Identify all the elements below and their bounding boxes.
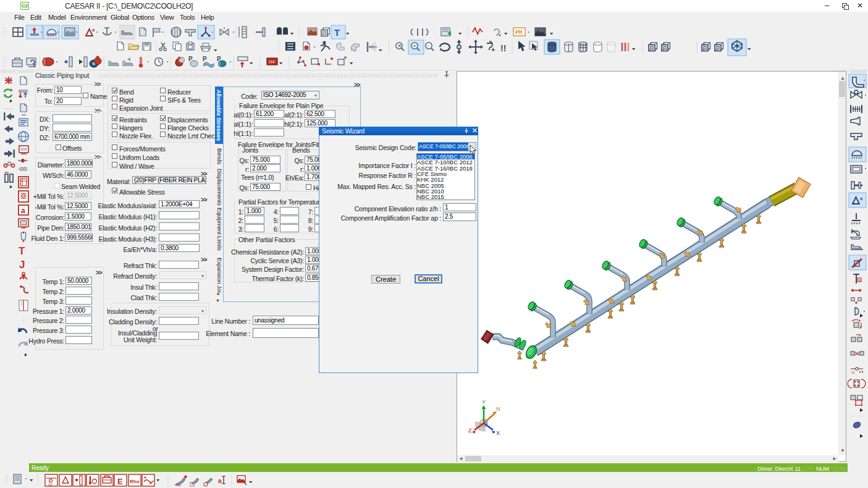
svg-text:T: T: [19, 245, 25, 257]
svg-text:x: x: [92, 27, 95, 33]
svg-text:Plt: Plt: [515, 29, 523, 35]
svg-text:a: a: [21, 206, 25, 215]
svg-text:a: a: [218, 477, 222, 484]
svg-text:✕: ✕: [398, 43, 402, 49]
svg-text:N: N: [496, 406, 500, 412]
svg-text:▫: ▫: [428, 43, 429, 49]
svg-text:+: +: [413, 43, 416, 49]
svg-text:J: J: [19, 259, 25, 271]
svg-text:10: 10: [851, 371, 855, 374]
svg-text:Y: Y: [482, 399, 486, 405]
svg-text:T: T: [334, 27, 340, 38]
svg-text:X: X: [496, 430, 500, 436]
svg-text:!!: !!: [500, 43, 506, 53]
svg-text:P: P: [203, 56, 207, 62]
svg-text:x: x: [860, 196, 863, 201]
svg-text:Z: Z: [468, 427, 472, 434]
svg-text:10: 10: [48, 482, 53, 486]
svg-text:+: +: [491, 46, 495, 53]
svg-text:Rho: Rho: [130, 479, 140, 484]
svg-text:119: 119: [269, 60, 275, 64]
svg-text:a: a: [858, 278, 861, 282]
svg-text:E: E: [117, 477, 123, 486]
